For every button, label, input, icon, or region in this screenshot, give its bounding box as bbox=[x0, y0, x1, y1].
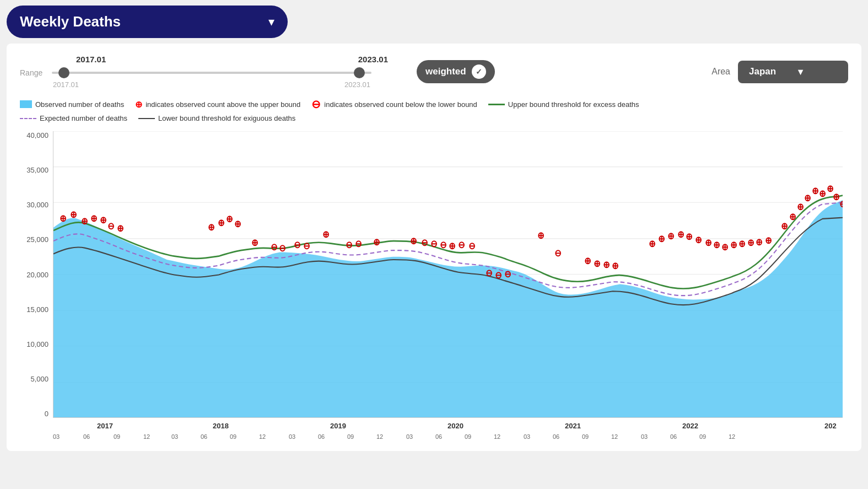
x-axis: 03 06 09 12 2017 03 06 09 bbox=[53, 418, 843, 440]
range-sublabels: 2017.01 2023.01 bbox=[52, 80, 371, 89]
y-label-10k: 10,000 bbox=[20, 340, 53, 348]
svg-text:⊕: ⊕ bbox=[70, 209, 77, 219]
x-tick-09-2020: 09 bbox=[465, 433, 471, 440]
svg-text:⊕: ⊕ bbox=[819, 188, 826, 198]
range-track bbox=[52, 72, 371, 74]
svg-text:⊖: ⊖ bbox=[440, 239, 446, 250]
x-tick-03-2018: 03 bbox=[171, 433, 178, 440]
weighted-toggle[interactable]: weighted ✓ bbox=[417, 60, 495, 83]
x-tick-12-2017: 12 bbox=[143, 433, 150, 440]
range-labels: 2017.01 2023.01 bbox=[20, 55, 395, 64]
svg-text:⊖: ⊖ bbox=[107, 221, 114, 231]
svg-text:⊖: ⊖ bbox=[504, 268, 511, 279]
chart-svg: ⊕ ⊕ ⊕ ⊕ ⊕ ⊖ ⊕ ⊕ ⊕ ⊕ ⊕ ⊕ ⊖ ⊖ ⊖ ⊖ bbox=[53, 131, 843, 417]
range-end-label: 2023.01 bbox=[358, 55, 388, 64]
svg-text:⊕: ⊕ bbox=[781, 221, 788, 231]
area-label: Area bbox=[711, 67, 730, 77]
svg-text:⊕: ⊕ bbox=[90, 213, 97, 223]
svg-text:⊕: ⊕ bbox=[705, 237, 711, 248]
svg-text:⊕: ⊕ bbox=[839, 198, 843, 209]
range-thumb-left[interactable] bbox=[58, 67, 69, 78]
legend-above-label: indicates observed count above the upper… bbox=[145, 100, 300, 109]
x-tick-03-2021: 03 bbox=[524, 433, 530, 440]
svg-text:⊕: ⊕ bbox=[594, 258, 600, 268]
x-year-label-2022: 2022 bbox=[682, 422, 698, 430]
svg-text:⊕: ⊕ bbox=[833, 191, 839, 202]
svg-text:⊕: ⊕ bbox=[117, 223, 123, 233]
svg-text:⊕: ⊕ bbox=[827, 183, 833, 194]
x-tick-09-2018: 09 bbox=[230, 433, 236, 440]
x-tick-09-2019: 09 bbox=[347, 433, 354, 440]
legend-upper-label: Upper bound threshold for excess deaths bbox=[508, 100, 639, 109]
range-text: Range bbox=[20, 68, 47, 77]
x-tick-12-2020: 12 bbox=[494, 433, 500, 440]
legend-observed-label: Observed number of deaths bbox=[35, 100, 124, 109]
svg-text:⊖: ⊖ bbox=[303, 240, 310, 251]
svg-text:⊕: ⊕ bbox=[721, 241, 728, 252]
y-label-20k: 20,000 bbox=[20, 271, 53, 279]
svg-text:⊕: ⊕ bbox=[410, 236, 417, 246]
x-tick-06-2022: 06 bbox=[670, 433, 677, 440]
minus-circle-icon: ⊖ bbox=[311, 99, 321, 110]
svg-text:⊖: ⊖ bbox=[294, 239, 300, 250]
x-tick-06-2020: 06 bbox=[435, 433, 442, 440]
svg-text:⊕: ⊕ bbox=[789, 211, 796, 222]
x-year-label-2019: 2019 bbox=[330, 422, 346, 430]
svg-text:⊖: ⊖ bbox=[271, 241, 277, 252]
svg-text:⊖: ⊖ bbox=[430, 238, 437, 249]
y-label-5k: 5,000 bbox=[20, 375, 53, 383]
x-year-2017: 03 bbox=[53, 433, 60, 440]
header-bar[interactable]: Weekly Deaths ▾ bbox=[7, 6, 288, 38]
y-label-40k: 40,000 bbox=[20, 131, 53, 139]
svg-text:⊕: ⊕ bbox=[449, 240, 455, 251]
x-tick-09-2022: 09 bbox=[699, 433, 706, 440]
y-label-25k: 25,000 bbox=[20, 235, 53, 244]
x-year-label-2023: 202 bbox=[824, 422, 837, 430]
x-tick-03-2020: 03 bbox=[406, 433, 413, 440]
svg-text:⊖: ⊖ bbox=[468, 240, 475, 251]
x-tick-06-2021: 06 bbox=[553, 433, 559, 440]
svg-text:⊕: ⊕ bbox=[797, 201, 804, 212]
x-tick-12-2019: 12 bbox=[376, 433, 383, 440]
legend-upper: Upper bound threshold for excess deaths bbox=[488, 99, 639, 110]
page-title: Weekly Deaths bbox=[20, 13, 121, 30]
svg-text:⊕: ⊕ bbox=[81, 216, 88, 227]
svg-text:⊕: ⊕ bbox=[234, 218, 241, 229]
x-tick-12-2021: 12 bbox=[611, 433, 618, 440]
svg-text:⊕: ⊕ bbox=[612, 260, 618, 271]
x-year-label-2021: 2021 bbox=[565, 422, 581, 430]
range-slider[interactable] bbox=[52, 66, 371, 79]
svg-text:⊕: ⊕ bbox=[584, 256, 591, 266]
header-chevron-icon: ▾ bbox=[268, 15, 274, 29]
expected-line-sample bbox=[20, 118, 36, 119]
legend-below-label: indicates observed count below the lower… bbox=[324, 100, 477, 109]
x-tick-03-2019: 03 bbox=[289, 433, 295, 440]
x-tick-06-2018: 06 bbox=[201, 433, 207, 440]
area-control: Area Japan ▾ bbox=[711, 61, 848, 83]
svg-text:⊕: ⊕ bbox=[695, 235, 702, 245]
svg-text:⊕: ⊕ bbox=[812, 186, 818, 196]
svg-text:⊖: ⊖ bbox=[486, 267, 492, 278]
area-chevron-icon: ▾ bbox=[798, 66, 803, 78]
legend-expected: Expected number of deaths bbox=[20, 114, 127, 122]
legend-blue-box bbox=[20, 100, 32, 108]
svg-text:⊖: ⊖ bbox=[554, 248, 561, 258]
x-year-label-2020: 2020 bbox=[448, 422, 463, 430]
range-thumb-right[interactable] bbox=[354, 67, 365, 78]
svg-text:⊕: ⊕ bbox=[658, 234, 665, 244]
main-content: 2017.01 2023.01 Range 2017.01 2023.01 we… bbox=[7, 44, 861, 451]
svg-text:⊖: ⊖ bbox=[279, 243, 285, 253]
range-sub-start: 2017.01 bbox=[53, 80, 79, 89]
lower-line-sample bbox=[138, 118, 155, 119]
legend-lower-label: Lower bound threshold for exiguous death… bbox=[158, 114, 295, 122]
legend: Observed number of deaths ⊕ indicates ob… bbox=[20, 99, 848, 122]
y-axis: 0 5,000 10,000 15,000 20,000 25,000 30,0… bbox=[20, 131, 53, 418]
area-dropdown[interactable]: Japan ▾ bbox=[738, 61, 848, 83]
y-label-15k: 15,000 bbox=[20, 305, 53, 314]
legend-below: ⊖ indicates observed count below the low… bbox=[311, 99, 477, 110]
x-tick-06-2019: 06 bbox=[318, 433, 325, 440]
x-tick-03-2022: 03 bbox=[641, 433, 648, 440]
range-sub-end: 2023.01 bbox=[344, 80, 370, 89]
y-label-30k: 30,000 bbox=[20, 201, 53, 209]
svg-text:⊕: ⊕ bbox=[730, 239, 737, 250]
